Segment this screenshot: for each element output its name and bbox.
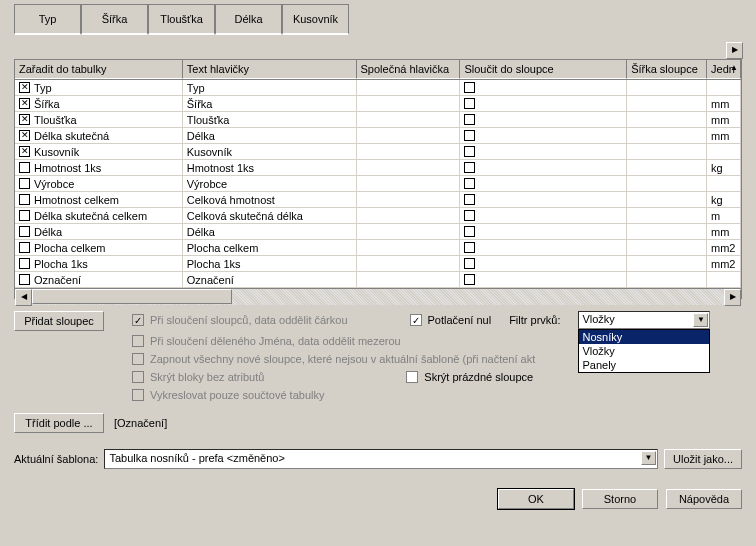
chevron-down-icon[interactable]: ▼ bbox=[641, 451, 656, 465]
merge-checkbox[interactable] bbox=[464, 162, 475, 173]
include-checkbox[interactable] bbox=[19, 130, 30, 141]
shared-header-cell[interactable] bbox=[357, 240, 461, 255]
merge-checkbox[interactable] bbox=[464, 210, 475, 221]
hide-empty-checkbox[interactable] bbox=[406, 371, 418, 383]
hide-attr-label: Skrýt bloky bez atributů bbox=[150, 371, 264, 383]
horizontal-scrollbar[interactable]: ◀ ▶ bbox=[15, 288, 741, 305]
shared-header-cell[interactable] bbox=[357, 208, 461, 223]
header-text-cell[interactable]: Typ bbox=[183, 80, 357, 95]
col-header[interactable]: Text hlavičky bbox=[183, 60, 357, 79]
header-text-cell[interactable]: Výrobce bbox=[183, 176, 357, 191]
include-checkbox[interactable] bbox=[19, 82, 30, 93]
width-cell[interactable] bbox=[627, 240, 707, 255]
width-cell[interactable] bbox=[627, 176, 707, 191]
width-cell[interactable] bbox=[627, 256, 707, 271]
add-column-button[interactable]: Přidat sloupec bbox=[14, 311, 104, 331]
include-checkbox[interactable] bbox=[19, 194, 30, 205]
header-text-cell[interactable]: Šířka bbox=[183, 96, 357, 111]
merge-checkbox[interactable] bbox=[464, 258, 475, 269]
include-checkbox[interactable] bbox=[19, 226, 30, 237]
shared-header-cell[interactable] bbox=[357, 80, 461, 95]
dropdown-item[interactable]: Nosníky bbox=[579, 330, 709, 344]
width-cell[interactable] bbox=[627, 272, 707, 287]
dropdown-item[interactable]: Vložky bbox=[579, 344, 709, 358]
shared-header-cell[interactable] bbox=[357, 112, 461, 127]
merge-checkbox[interactable] bbox=[464, 194, 475, 205]
include-checkbox[interactable] bbox=[19, 146, 30, 157]
merge-checkbox[interactable] bbox=[464, 274, 475, 285]
filter-dropdown[interactable]: Vložky▼ NosníkyVložkyPanely bbox=[578, 311, 710, 329]
header-text-cell[interactable]: Hmotnost 1ks bbox=[183, 160, 357, 175]
header-text-cell[interactable]: Plocha celkem bbox=[183, 240, 357, 255]
header-text-cell[interactable]: Délka bbox=[183, 224, 357, 239]
shared-header-cell[interactable] bbox=[357, 160, 461, 175]
header-text-cell[interactable]: Kusovník bbox=[183, 144, 357, 159]
tab-tloušťka[interactable]: Tloušťka bbox=[148, 4, 215, 35]
col-header[interactable]: Společná hlavička bbox=[357, 60, 461, 79]
tab-šířka[interactable]: Šířka bbox=[81, 4, 148, 35]
template-select[interactable]: Tabulka nosníků - prefa <změněno> ▼ bbox=[104, 449, 658, 469]
merge-checkbox[interactable] bbox=[464, 114, 475, 125]
header-text-cell[interactable]: Označení bbox=[183, 272, 357, 287]
scroll-left-icon[interactable]: ◀ bbox=[15, 289, 32, 306]
include-checkbox[interactable] bbox=[19, 274, 30, 285]
header-text-cell[interactable]: Tloušťka bbox=[183, 112, 357, 127]
table-header: Zařadit do tabulky Text hlavičky Společn… bbox=[15, 60, 741, 80]
include-checkbox[interactable] bbox=[19, 162, 30, 173]
tab-typ[interactable]: Typ bbox=[14, 4, 81, 35]
save-as-button[interactable]: Uložit jako... bbox=[664, 449, 742, 469]
table-row: OznačeníOznačení bbox=[15, 272, 741, 288]
include-checkbox[interactable] bbox=[19, 98, 30, 109]
merge-checkbox[interactable] bbox=[464, 146, 475, 157]
include-checkbox[interactable] bbox=[19, 258, 30, 269]
width-cell[interactable] bbox=[627, 96, 707, 111]
width-cell[interactable] bbox=[627, 224, 707, 239]
header-text-cell[interactable]: Plocha 1ks bbox=[183, 256, 357, 271]
header-text-cell[interactable]: Délka bbox=[183, 128, 357, 143]
width-cell[interactable] bbox=[627, 128, 707, 143]
col-header[interactable]: Sloučit do sloupce bbox=[460, 60, 627, 79]
width-cell[interactable] bbox=[627, 144, 707, 159]
shared-header-cell[interactable] bbox=[357, 256, 461, 271]
shared-header-cell[interactable] bbox=[357, 128, 461, 143]
scroll-right-icon[interactable]: ▶ bbox=[724, 289, 741, 306]
include-checkbox[interactable] bbox=[19, 242, 30, 253]
merge-checkbox[interactable] bbox=[464, 178, 475, 189]
shared-header-cell[interactable] bbox=[357, 144, 461, 159]
tab-kusovník[interactable]: Kusovník bbox=[282, 4, 349, 35]
width-cell[interactable] bbox=[627, 192, 707, 207]
width-cell[interactable] bbox=[627, 160, 707, 175]
merge-checkbox[interactable] bbox=[464, 242, 475, 253]
sort-by-button[interactable]: Třídit podle ... bbox=[14, 413, 104, 433]
width-cell[interactable] bbox=[627, 208, 707, 223]
width-cell[interactable] bbox=[627, 112, 707, 127]
merge-checkbox[interactable] bbox=[464, 130, 475, 141]
header-text-cell[interactable]: Celková hmotnost bbox=[183, 192, 357, 207]
include-checkbox[interactable] bbox=[19, 210, 30, 221]
dropdown-item[interactable]: Panely bbox=[579, 358, 709, 372]
scrollbar-thumb[interactable] bbox=[32, 289, 232, 304]
col-header[interactable]: Jedn▲ bbox=[707, 60, 741, 79]
col-header[interactable]: Šířka sloupce bbox=[627, 60, 707, 79]
ok-button[interactable]: OK bbox=[498, 489, 574, 509]
scroll-right-icon[interactable]: ▶ bbox=[726, 42, 743, 59]
col-header[interactable]: Zařadit do tabulky bbox=[15, 60, 183, 79]
row-name: Délka skutečná celkem bbox=[34, 210, 147, 222]
merge-checkbox[interactable] bbox=[464, 98, 475, 109]
shared-header-cell[interactable] bbox=[357, 272, 461, 287]
cancel-button[interactable]: Storno bbox=[582, 489, 658, 509]
include-checkbox[interactable] bbox=[19, 178, 30, 189]
merge-checkbox[interactable] bbox=[464, 82, 475, 93]
shared-header-cell[interactable] bbox=[357, 176, 461, 191]
shared-header-cell[interactable] bbox=[357, 96, 461, 111]
shared-header-cell[interactable] bbox=[357, 192, 461, 207]
shared-header-cell[interactable] bbox=[357, 224, 461, 239]
chevron-down-icon[interactable]: ▼ bbox=[693, 313, 708, 327]
suppress-null-checkbox[interactable] bbox=[410, 314, 422, 326]
merge-checkbox[interactable] bbox=[464, 226, 475, 237]
width-cell[interactable] bbox=[627, 80, 707, 95]
help-button[interactable]: Nápověda bbox=[666, 489, 742, 509]
tab-délka[interactable]: Délka bbox=[215, 4, 282, 35]
header-text-cell[interactable]: Celková skutečná délka bbox=[183, 208, 357, 223]
include-checkbox[interactable] bbox=[19, 114, 30, 125]
